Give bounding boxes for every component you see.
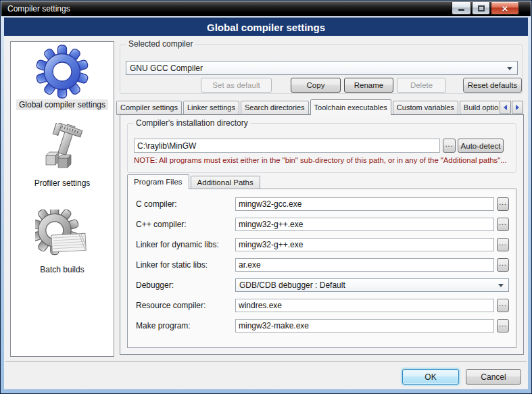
- window-frame: Compiler settings × Global compiler sett…: [0, 0, 532, 394]
- window-title: Compiler settings: [7, 4, 70, 14]
- tab-scroll-left-button[interactable]: [500, 101, 511, 114]
- sidebar-item-batch-builds[interactable]: Batch builds: [11, 210, 114, 275]
- installation-directory-group: Compiler's installation directory ... Au…: [127, 123, 516, 173]
- close-button[interactable]: ×: [491, 2, 519, 15]
- compiler-select-value: GNU GCC Compiler: [130, 64, 203, 73]
- ok-button[interactable]: OK: [402, 369, 459, 385]
- gear-stack-icon: [35, 210, 89, 264]
- cancel-button[interactable]: Cancel: [466, 369, 521, 385]
- close-icon: ×: [502, 3, 508, 14]
- c-compiler-browse-button[interactable]: ...: [497, 197, 509, 211]
- note-text: NOTE: All programs must exist either in …: [134, 156, 513, 164]
- c-compiler-input[interactable]: [235, 197, 494, 211]
- group-label: Compiler's installation directory: [133, 118, 251, 128]
- arrow-right-icon: [516, 105, 519, 110]
- sidebar-item-profiler-settings[interactable]: Profiler settings: [11, 123, 114, 189]
- browse-directory-button[interactable]: ...: [443, 139, 456, 153]
- compiler-select[interactable]: GNU GCC Compiler: [126, 61, 518, 75]
- dynamic-linker-browse-button[interactable]: ...: [497, 238, 509, 251]
- cpp-compiler-input[interactable]: [235, 218, 494, 231]
- tab-scroll-buttons: [499, 101, 523, 114]
- program-subtabs: Program Files Additional Paths: [127, 174, 262, 189]
- set-as-default-button[interactable]: Set as default: [201, 78, 272, 93]
- cpp-compiler-browse-button[interactable]: ...: [497, 218, 509, 231]
- make-program-label: Make program:: [136, 321, 191, 330]
- caption-buttons: ×: [451, 2, 519, 15]
- group-label: Selected compiler: [126, 39, 195, 49]
- make-program-browse-button[interactable]: ...: [497, 319, 509, 333]
- auto-detect-button[interactable]: Auto-detect: [458, 139, 504, 153]
- minimize-button[interactable]: [452, 2, 471, 15]
- resource-compiler-input[interactable]: [235, 299, 494, 312]
- make-program-input[interactable]: [235, 319, 494, 333]
- sidebar-item-label: Profiler settings: [32, 178, 93, 189]
- debugger-label: Debugger:: [136, 280, 174, 290]
- selected-compiler-group: Selected compiler GNU GCC Compiler Set a…: [120, 44, 523, 94]
- settings-category-list: Global compiler settings: [10, 41, 114, 357]
- static-linker-input[interactable]: [235, 258, 494, 272]
- chevron-down-icon: [498, 284, 504, 287]
- copy-button[interactable]: Copy: [291, 78, 341, 93]
- tab-compiler-settings[interactable]: Compiler settings: [116, 101, 182, 115]
- tab-scroll-right-button[interactable]: [512, 101, 523, 114]
- tab-build-options[interactable]: Build options: [460, 101, 499, 115]
- subtab-additional-paths[interactable]: Additional Paths: [191, 176, 260, 189]
- resource-compiler-label: Resource compiler:: [136, 301, 205, 310]
- chevron-down-icon: [507, 67, 512, 70]
- dialog-content: Global compiler settings: [4, 36, 528, 389]
- sidebar-item-label: Global compiler settings: [16, 99, 108, 110]
- tab-toolchain-executables[interactable]: Toolchain executables: [310, 99, 391, 115]
- program-files-panel: C compiler: ... C++ compiler: ... Linker…: [127, 189, 516, 348]
- blue-gear-icon: [35, 45, 89, 99]
- subtab-program-files[interactable]: Program Files: [127, 174, 189, 189]
- settings-tabstrip: Compiler settings Linker settings Search…: [116, 99, 499, 115]
- caliper-icon: [35, 123, 89, 177]
- maximize-button[interactable]: [472, 2, 490, 15]
- titlebar[interactable]: Compiler settings ×: [1, 1, 531, 16]
- rename-button[interactable]: Rename: [344, 78, 393, 93]
- reset-defaults-button[interactable]: Reset defaults: [463, 78, 522, 93]
- dialog-header: Global compiler settings: [4, 18, 528, 36]
- tab-linker-settings[interactable]: Linker settings: [183, 101, 239, 115]
- maximize-icon: [478, 5, 485, 11]
- minimize-icon: [458, 9, 464, 11]
- debugger-select[interactable]: GDB/CDB debugger : Default: [235, 278, 509, 292]
- arrow-left-icon: [504, 105, 507, 110]
- sidebar-item-global-compiler-settings[interactable]: Global compiler settings: [11, 45, 114, 110]
- installation-directory-input[interactable]: [134, 139, 440, 153]
- toolchain-executables-panel: Compiler's installation directory ... Au…: [120, 114, 524, 355]
- tab-search-directories[interactable]: Search directories: [241, 101, 309, 115]
- dynamic-linker-input[interactable]: [235, 238, 494, 251]
- tab-custom-variables[interactable]: Custom variables: [393, 101, 458, 115]
- page-title: Global compiler settings: [207, 22, 325, 33]
- c-compiler-label: C compiler:: [136, 199, 177, 209]
- cpp-compiler-label: C++ compiler:: [136, 220, 187, 229]
- footer-divider: [5, 361, 527, 362]
- resource-compiler-browse-button[interactable]: ...: [497, 299, 509, 312]
- sidebar-item-label: Batch builds: [37, 264, 87, 275]
- delete-button[interactable]: Delete: [397, 78, 446, 93]
- static-linker-browse-button[interactable]: ...: [497, 258, 509, 272]
- debugger-select-value: GDB/CDB debugger : Default: [239, 280, 345, 290]
- static-linker-label: Linker for static libs:: [136, 260, 208, 270]
- dynamic-linker-label: Linker for dynamic libs:: [136, 240, 219, 249]
